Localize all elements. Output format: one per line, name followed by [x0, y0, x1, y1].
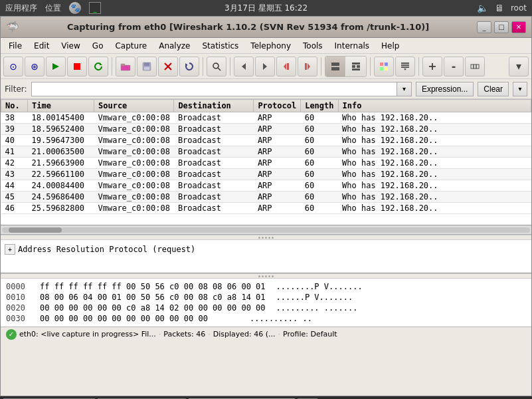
- table-row[interactable]: 41 21.00063500 Vmware_c0:00:08 Broadcast…: [1, 146, 531, 158]
- svg-rect-23: [357, 65, 360, 68]
- capture-interfaces-button[interactable]: ⊛: [25, 57, 44, 76]
- zoom-in-button[interactable]: +: [422, 57, 442, 76]
- svg-marker-15: [284, 63, 286, 70]
- reload-button[interactable]: [179, 57, 199, 76]
- find-button[interactable]: [207, 57, 226, 76]
- cell-no: 44: [1, 180, 28, 192]
- resize-handle-1[interactable]: [1, 235, 531, 240]
- table-row[interactable]: 40 19.59647300 Vmware_c0:00:08 Broadcast…: [1, 135, 531, 146]
- hex-line: 0020 00 00 00 00 00 00 c0 a8 14 02 00 00…: [6, 303, 526, 313]
- layout-2-button[interactable]: [346, 57, 366, 76]
- toolbar-separator-4: [321, 57, 321, 76]
- layout-1-button[interactable]: [325, 57, 345, 76]
- hex-line: 0010 08 00 06 04 00 01 00 50 56 c0 00 08…: [6, 292, 526, 303]
- close-button[interactable]: ✕: [511, 21, 526, 33]
- menu-view[interactable]: View: [56, 40, 85, 52]
- cell-source: Vmware_c0:00:08: [94, 169, 174, 180]
- menu-statistics[interactable]: Statistics: [197, 40, 244, 52]
- toolbar-separator-2: [203, 57, 203, 76]
- col-header-protocol[interactable]: Protocol: [254, 100, 301, 112]
- table-row[interactable]: 38 18.00145400 Vmware_c0:00:08 Broadcast…: [1, 112, 531, 124]
- detail-row-arp[interactable]: + Address Resolution Protocol (request): [5, 243, 527, 256]
- table-row[interactable]: 43 22.59661100 Vmware_c0:00:08 Broadcast…: [1, 169, 531, 180]
- hscroll-track: [2, 227, 530, 233]
- network-icon[interactable]: 🖥: [495, 3, 504, 13]
- restart-capture-button[interactable]: [88, 57, 108, 76]
- open-button[interactable]: [116, 57, 135, 76]
- cell-time: 18.59652400: [28, 124, 94, 135]
- menu-capture[interactable]: Capture: [110, 40, 152, 52]
- hex-offset: 0030: [6, 313, 29, 324]
- menu-internals[interactable]: Internals: [329, 40, 375, 52]
- apps-menu[interactable]: 应用程序: [5, 3, 37, 14]
- autoscroll-button[interactable]: [395, 57, 415, 76]
- detail-expand-icon[interactable]: +: [5, 244, 15, 255]
- menu-file[interactable]: File: [3, 40, 27, 52]
- minimize-button[interactable]: _: [477, 21, 491, 33]
- filter-bar: Filter: ▾ Expression... Clear ▾: [1, 79, 531, 99]
- toolbar-separator-5: [370, 57, 371, 76]
- close-capture-button[interactable]: [158, 57, 178, 76]
- volume-icon[interactable]: 🔈: [477, 3, 488, 13]
- hex-bytes: ff ff ff ff ff ff 00 50 56 c0 00 08 08 0…: [40, 281, 266, 292]
- menu-go[interactable]: Go: [87, 40, 109, 52]
- zoom-out-button[interactable]: -: [444, 57, 464, 76]
- horizontal-scrollbar[interactable]: [1, 225, 531, 235]
- places-menu[interactable]: 位置: [45, 3, 61, 14]
- cell-dest: Broadcast: [174, 169, 254, 180]
- filter-dropdown-button[interactable]: ▾: [397, 82, 412, 96]
- svg-rect-7: [144, 67, 149, 70]
- col-header-no[interactable]: No.: [1, 100, 28, 112]
- more-button[interactable]: ▾: [509, 57, 529, 76]
- resize-handle-2[interactable]: [1, 273, 531, 279]
- filter-input[interactable]: [31, 82, 397, 96]
- cell-info: Who has 192.168.20..: [338, 158, 531, 169]
- menu-analyze[interactable]: Analyze: [153, 40, 195, 52]
- table-row[interactable]: 45 24.59686400 Vmware_c0:00:08 Broadcast…: [1, 192, 531, 203]
- menu-edit[interactable]: Edit: [29, 40, 54, 52]
- colorize-button[interactable]: [374, 57, 394, 76]
- capture-options-button[interactable]: ⊙: [3, 57, 23, 76]
- table-row[interactable]: 44 24.00084400 Vmware_c0:00:08 Broadcast…: [1, 180, 531, 192]
- table-row[interactable]: 39 18.59652400 Vmware_c0:00:08 Broadcast…: [1, 124, 531, 135]
- col-header-source[interactable]: Source: [94, 100, 174, 112]
- stop-capture-button[interactable]: [67, 57, 87, 76]
- cell-time: 21.00063500: [28, 146, 94, 158]
- cell-length: 60: [301, 203, 338, 214]
- go-last-button[interactable]: [298, 57, 317, 76]
- cell-length: 60: [301, 135, 338, 146]
- cell-proto: ARP: [254, 158, 301, 169]
- resize-columns-button[interactable]: [465, 57, 485, 76]
- user-label: root: [511, 3, 527, 13]
- cell-source: Vmware_c0:00:08: [94, 203, 174, 214]
- table-row[interactable]: 46 25.59682800 Vmware_c0:00:08 Broadcast…: [1, 203, 531, 214]
- status-separator-3: ·: [278, 330, 281, 338]
- packet-table-body: 38 18.00145400 Vmware_c0:00:08 Broadcast…: [1, 112, 531, 214]
- save-button[interactable]: [137, 57, 157, 76]
- start-capture-button[interactable]: [46, 57, 66, 76]
- go-first-button[interactable]: [276, 57, 296, 76]
- go-forward-button[interactable]: [255, 57, 275, 76]
- filter-apply-button[interactable]: ▾: [513, 82, 527, 96]
- expression-button[interactable]: Expression...: [416, 82, 474, 96]
- col-header-info[interactable]: Info: [338, 100, 531, 112]
- table-row[interactable]: 42 21.59663900 Vmware_c0:00:08 Broadcast…: [1, 158, 531, 169]
- profile-text: Profile: Default: [283, 330, 337, 338]
- clear-filter-button[interactable]: Clear: [478, 82, 509, 96]
- go-back-button[interactable]: [234, 57, 254, 76]
- cell-source: Vmware_c0:00:08: [94, 146, 174, 158]
- menu-telephony[interactable]: Telephony: [245, 40, 296, 52]
- cell-dest: Broadcast: [174, 124, 254, 135]
- col-header-time[interactable]: Time: [28, 100, 94, 112]
- col-header-destination[interactable]: Destination: [174, 100, 254, 112]
- menu-tools[interactable]: Tools: [298, 40, 328, 52]
- menu-help[interactable]: Help: [376, 40, 404, 52]
- svg-marker-0: [52, 63, 59, 70]
- cell-dest: Broadcast: [174, 158, 254, 169]
- svg-marker-17: [308, 63, 310, 70]
- terminal-icon[interactable]: _: [89, 2, 101, 14]
- col-header-length[interactable]: Length: [301, 100, 338, 112]
- cell-no: 46: [1, 203, 28, 214]
- maximize-button[interactable]: □: [494, 21, 509, 33]
- hscroll-thumb[interactable]: [9, 227, 62, 233]
